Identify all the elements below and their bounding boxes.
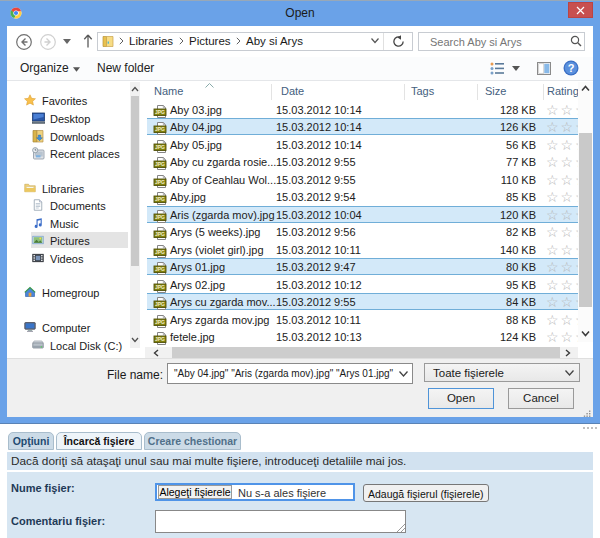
svg-text:JPG: JPG xyxy=(155,144,165,150)
svg-text:JPG: JPG xyxy=(155,196,165,202)
svg-text:JPG: JPG xyxy=(155,231,165,237)
svg-text:JPG: JPG xyxy=(155,266,165,272)
svg-text:JPG: JPG xyxy=(155,126,165,132)
svg-text:JPG: JPG xyxy=(155,301,165,307)
svg-text:JPG: JPG xyxy=(155,161,165,167)
svg-text:JPG: JPG xyxy=(155,336,165,342)
svg-text:JPG: JPG xyxy=(155,249,165,255)
svg-text:JPG: JPG xyxy=(155,284,165,290)
svg-text:JPG: JPG xyxy=(155,214,165,220)
svg-text:?: ? xyxy=(568,62,575,74)
svg-text:JPG: JPG xyxy=(155,109,165,115)
svg-text:JPG: JPG xyxy=(155,179,165,185)
svg-text:JPG: JPG xyxy=(155,319,165,325)
